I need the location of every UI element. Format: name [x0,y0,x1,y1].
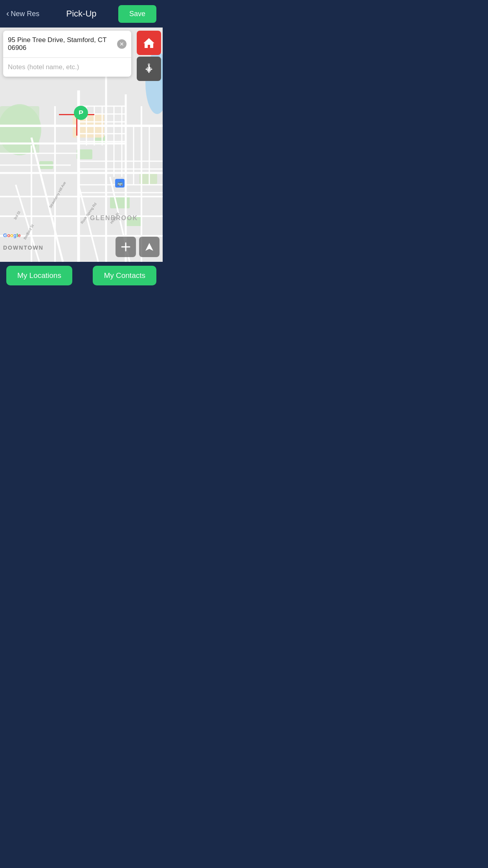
my-locations-button[interactable]: My Locations [6,266,72,285]
svg-text:GLENBROOK: GLENBROOK [90,215,138,221]
notes-placeholder: Notes (hotel name, etc.) [8,63,79,71]
downtown-label: DOWNTOWN [3,245,44,251]
back-label: New Res [11,10,39,18]
save-button[interactable]: Save [118,5,156,23]
add-icon [120,241,131,252]
search-overlay: 95 Pine Tree Drive, Stamford, CT 06906 ✕… [3,31,131,77]
navigate-button[interactable] [139,237,160,257]
map-pin: P [73,104,89,125]
svg-text:🚌: 🚌 [117,180,123,186]
bottom-navigation: My Locations My Contacts [0,262,163,289]
map-container[interactable]: 🚌 Strawberry Hill Ave Rock Spring Rd Hop… [0,28,163,262]
google-logo: Google [3,232,21,238]
airport-location-button[interactable]: ✈ [137,57,161,81]
my-contacts-button[interactable]: My Contacts [93,266,156,285]
back-button[interactable]: ‹ New Res [6,9,39,19]
header: ‹ New Res Pick-Up Save [0,0,163,28]
notes-field[interactable]: Notes (hotel name, etc.) [3,58,131,77]
home-location-button[interactable] [137,31,161,55]
navigation-icon [144,241,155,252]
airplane-icon: ✈ [142,62,156,75]
back-arrow-icon: ‹ [6,9,9,19]
svg-marker-61 [145,243,153,251]
svg-marker-53 [143,38,154,48]
right-icons: ✈ [137,31,161,81]
add-location-button[interactable] [116,237,136,257]
clear-address-button[interactable]: ✕ [117,39,127,49]
svg-text:✈: ✈ [147,64,152,71]
page-title: Pick-Up [66,9,96,19]
address-field[interactable]: 95 Pine Tree Drive, Stamford, CT 06906 ✕ [3,31,131,58]
address-value: 95 Pine Tree Drive, Stamford, CT 06906 [8,36,117,52]
home-icon [142,36,156,50]
map-controls [116,237,160,257]
